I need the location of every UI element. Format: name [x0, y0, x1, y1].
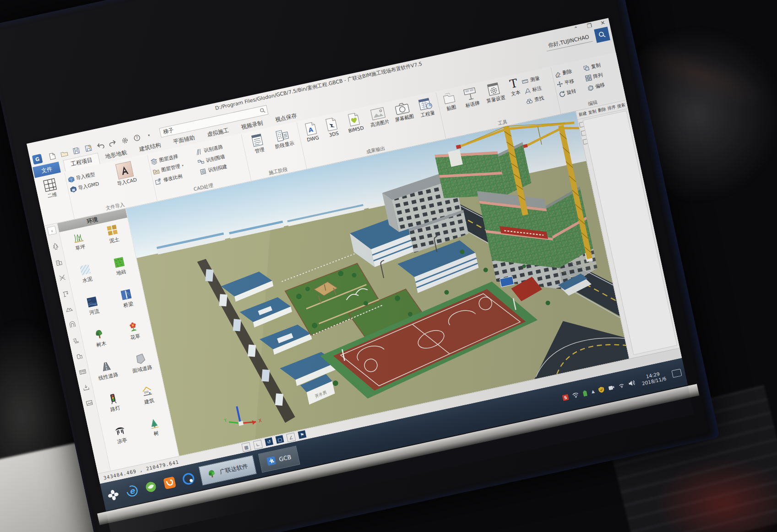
redo-icon[interactable]	[108, 138, 117, 148]
sign-board-button[interactable]: 标语牌	[458, 84, 484, 110]
glodon-tree-icon	[206, 468, 217, 479]
save-as-icon[interactable]	[83, 143, 93, 153]
action-center-icon[interactable]	[672, 369, 682, 378]
palette-item-tree[interactable]: 树木	[81, 325, 121, 362]
two-d-button[interactable]: 二维	[37, 174, 64, 201]
search-glass-icon	[259, 107, 266, 114]
crane-tool-icon[interactable]	[60, 288, 70, 298]
text-t-icon: T	[509, 78, 518, 90]
tray-network-icon[interactable]	[618, 382, 625, 388]
export-3ds-button[interactable]: 3DS	[320, 114, 344, 139]
palette-item-flower[interactable]: 花草	[115, 318, 155, 355]
start-button[interactable]	[105, 487, 122, 503]
panel-search-button[interactable]: 搜索	[617, 102, 626, 109]
quantities-button[interactable]: 工程量	[413, 93, 439, 119]
house-icon	[140, 385, 154, 398]
import-cad-button[interactable]: 导入CAD	[109, 158, 141, 188]
layers-icon	[151, 157, 158, 165]
stage-manage-button[interactable]: 管理	[245, 130, 272, 156]
rotate-icon	[558, 90, 566, 98]
palette-item-pavilion[interactable]: 凉亭	[102, 422, 142, 459]
uc-browser-icon[interactable]	[162, 475, 178, 491]
quantity-calendar-icon	[418, 96, 433, 111]
tray-expand-icon[interactable]: ▲	[591, 389, 595, 394]
tray-wifi-icon[interactable]	[572, 392, 579, 399]
palette-item-building[interactable]: 建筑	[129, 382, 169, 419]
keyboard-red-glow	[655, 458, 777, 532]
slope-toggle-icon[interactable]: ∠	[286, 433, 296, 442]
container-tool-icon[interactable]	[77, 367, 87, 376]
select-toggle-icon[interactable]: ▢	[275, 435, 284, 444]
laptop-screen: D:/Program Files/Glodon/GCB/7.5/Bin/案例工程…	[27, 18, 694, 532]
road-recognize-icon	[195, 148, 203, 156]
offset-icon	[587, 84, 594, 92]
orbit-toggle-icon[interactable]: ↺	[265, 437, 273, 446]
settings-gear-icon[interactable]	[120, 136, 130, 145]
image-icon	[370, 107, 386, 121]
quark-browser-icon[interactable]	[180, 471, 197, 487]
palette-item-street-lamp[interactable]: 路灯	[95, 390, 135, 427]
road-cross-tool-icon[interactable]	[57, 273, 67, 282]
paste-image-button[interactable]: 贴图	[438, 89, 462, 114]
quantity-settings-button[interactable]: 算量设置	[480, 79, 508, 105]
app-logo[interactable]: G	[32, 154, 43, 165]
building-tool-icon[interactable]	[54, 257, 63, 266]
palette-item-area-road[interactable]: 面域道路	[122, 350, 162, 387]
camera-icon	[394, 101, 410, 116]
panel-sort-button[interactable]: 排序	[607, 104, 616, 112]
tray-camera-icon[interactable]	[608, 384, 615, 391]
palette-item-bridge[interactable]: 桥梁	[108, 286, 148, 323]
tray-speaker-icon[interactable]	[628, 380, 635, 387]
arch-tool-icon[interactable]	[67, 320, 77, 329]
traffic-light-icon	[106, 392, 120, 405]
import-tray-tool-icon[interactable]	[81, 382, 91, 392]
angle-toggle-icon[interactable]: ∟	[253, 440, 263, 449]
help-dropdown-icon[interactable]: ▾	[144, 130, 153, 140]
palette-item-linear-road[interactable]: 线性道路	[88, 358, 128, 395]
tray-battery-icon[interactable]	[582, 390, 588, 396]
settings-window-icon	[487, 81, 501, 97]
flag-toggle-icon[interactable]: ⚑	[298, 430, 306, 439]
palette-item-soil[interactable]: 泥土	[94, 221, 134, 258]
hd-image-button[interactable]: 高清图片	[364, 103, 392, 129]
export-bim5d-button[interactable]: BIM5D	[341, 109, 368, 135]
palette-item-cement[interactable]: 水泥	[67, 261, 107, 298]
screenshot-button[interactable]: 屏幕截图	[389, 98, 417, 124]
barrel-tool-icon[interactable]	[74, 351, 84, 361]
terrain-tool-icon[interactable]	[64, 304, 74, 314]
open-folder-icon[interactable]	[60, 148, 69, 158]
palette-item-river[interactable]: 河流	[74, 293, 114, 330]
svg-text:?: ?	[135, 135, 138, 140]
tray-shield-icon[interactable]	[598, 386, 605, 393]
grid-2d-icon	[43, 178, 58, 193]
help-icon[interactable]: ?	[132, 133, 141, 142]
tree-tool-icon[interactable]	[50, 241, 60, 251]
panel-new-button[interactable]: 新建	[578, 110, 587, 118]
tray-s-icon[interactable]: S	[562, 394, 569, 401]
texture-folder-icon	[442, 91, 457, 105]
soil-icon	[105, 223, 119, 237]
palette-item-pine[interactable]: 树	[136, 414, 176, 451]
stage-display-button[interactable]: 阶段显示	[268, 124, 299, 151]
panel-delete-button[interactable]: 删除	[598, 106, 607, 114]
export-dwg-button[interactable]: A DWG	[299, 119, 323, 143]
manage-list-icon	[250, 133, 265, 148]
new-file-icon[interactable]	[47, 151, 57, 161]
collapse-panel-button[interactable]: ‹	[47, 226, 57, 235]
global-search-button[interactable]	[594, 27, 610, 43]
pine-icon	[147, 417, 161, 430]
corner-road-tool-icon[interactable]	[71, 335, 80, 345]
save-icon[interactable]	[71, 146, 81, 156]
taskbar-app-gcb[interactable]: GCB	[258, 446, 300, 473]
palette-item-tile[interactable]: 地砖	[101, 253, 141, 290]
ie-browser-icon[interactable]: e	[124, 483, 141, 499]
gcb-logo-icon	[266, 456, 277, 467]
taskbar-clock[interactable]: 14:29 2018/11/6	[640, 370, 667, 387]
green-browser-icon[interactable]	[143, 479, 159, 495]
image-tool-icon[interactable]	[84, 398, 94, 407]
undo-icon[interactable]	[96, 141, 105, 150]
grid-toggle-icon[interactable]: ▦	[241, 442, 251, 452]
palette-item-lawn[interactable]: 草坪	[60, 228, 100, 266]
panel-copy-button[interactable]: 复制	[588, 108, 597, 116]
wall-recognize-icon	[197, 157, 205, 165]
